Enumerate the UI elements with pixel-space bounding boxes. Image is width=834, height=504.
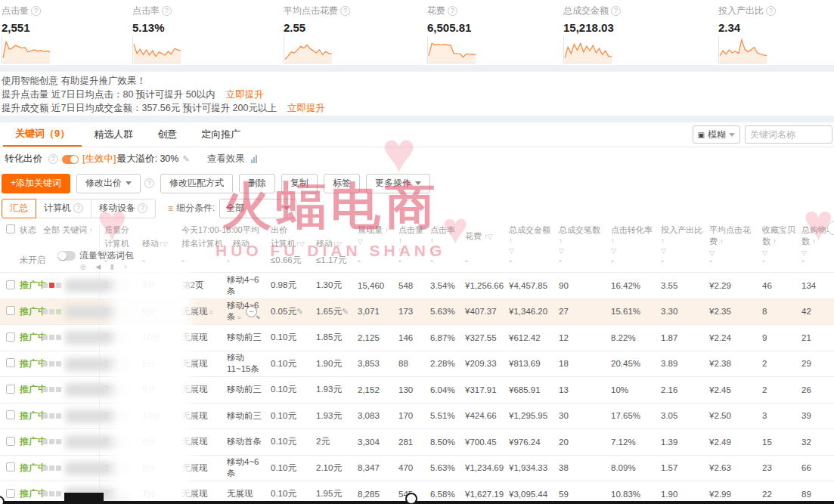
- tag-button[interactable]: 标签: [324, 174, 360, 193]
- match-mode-select[interactable]: ▣ 模糊: [693, 125, 740, 144]
- cell-cost: ¥700.45: [460, 438, 504, 447]
- row-checkbox[interactable]: [6, 280, 15, 289]
- cell-bid_mobile: 1.90元: [312, 358, 353, 369]
- row-checkbox[interactable]: [6, 462, 15, 472]
- keyword-name-input[interactable]: [745, 125, 832, 144]
- table-row: 推广中8分9分第2页移动4~6条0.98元1.30元15,4605483.54%…: [0, 272, 834, 298]
- cell-favs: 2: [758, 359, 797, 368]
- match-mode-icon: ▣: [698, 131, 705, 139]
- cell-rank_mobile: 移动前三: [222, 384, 266, 395]
- tab-creative[interactable]: 创意: [145, 122, 189, 147]
- select-all-checkbox[interactable]: [6, 224, 15, 233]
- indicator-dot: [56, 283, 61, 288]
- help-icon[interactable]: ?: [611, 6, 621, 16]
- header-keyword[interactable]: 关键词 ↑: [62, 224, 93, 236]
- tab-keywords[interactable]: 关键词（9）: [3, 122, 82, 147]
- cell-ctr: 6.04%: [426, 385, 460, 394]
- view-effect-link[interactable]: 查看效果: [207, 153, 245, 165]
- cell-roi: -: [656, 255, 705, 264]
- cell-cpc: ¥2.99: [705, 490, 758, 499]
- row-checkbox[interactable]: [6, 358, 15, 367]
- row-checkbox[interactable]: [6, 489, 15, 498]
- cell-cost: ¥327.55: [460, 333, 504, 342]
- indicator-dot: [42, 491, 48, 496]
- row-checkbox[interactable]: [6, 306, 15, 315]
- cell-ctr: -: [426, 255, 460, 264]
- cell-carts: 32: [797, 438, 834, 447]
- device-filter-row: 汇总 计算机? 移动设备? ≡ 细分条件: 全部: [0, 196, 834, 221]
- boost-gmv-link[interactable]: 立即提升: [287, 103, 325, 113]
- cell-cpc: ¥2.29: [705, 281, 758, 290]
- help-icon[interactable]: ?: [48, 154, 58, 164]
- row-checkbox[interactable]: [6, 410, 15, 419]
- tab-targeting[interactable]: 定向推广: [189, 122, 253, 147]
- platform-indicator-dots: [42, 283, 61, 288]
- row-checkbox[interactable]: [6, 437, 15, 446]
- copy-button[interactable]: 复制: [281, 174, 318, 193]
- help-icon[interactable]: ?: [448, 6, 457, 16]
- device-tab-summary[interactable]: 汇总: [2, 199, 36, 218]
- notice-clicks-line: 提升点击量 近7日日均点击：80 预计可提升 50以内立即提升: [2, 88, 834, 101]
- edit-icon[interactable]: ✎: [296, 307, 303, 316]
- add-keyword-button[interactable]: +添加关键词: [2, 174, 70, 193]
- tab-audience[interactable]: 精选人群: [82, 122, 145, 147]
- cell-bid_mobile: 2.10元: [312, 462, 353, 474]
- help-icon[interactable]: ?: [162, 6, 172, 16]
- cell-bid_pc: ≤0.66元: [266, 255, 312, 266]
- cell-bid_mobile: 1.95元: [312, 488, 353, 499]
- redacted-keyword: [65, 305, 130, 319]
- row-checkbox[interactable]: [6, 385, 15, 394]
- metric-value: 2.55: [284, 21, 412, 34]
- modify-bid-button[interactable]: 修改出价: [76, 174, 141, 193]
- help-icon[interactable]: ?: [144, 178, 154, 188]
- header-bid-group: 出价: [266, 224, 353, 236]
- condition-select[interactable]: 全部: [219, 199, 296, 218]
- cell-bid_pc: 0.10元: [266, 332, 312, 343]
- boost-clicks-link[interactable]: 立即提升: [226, 89, 264, 100]
- cell-qs_mobile: 10分: [138, 332, 177, 343]
- device-tab-pc[interactable]: 计算机?: [36, 199, 91, 218]
- wordpack-toggle[interactable]: [57, 251, 76, 261]
- cell-rank_mobile: 移动11~15条: [222, 352, 266, 375]
- cell-cpc: ¥2.63: [705, 463, 758, 472]
- crop-handle[interactable]: [405, 493, 417, 504]
- metric-value: 2.34: [718, 21, 834, 34]
- cell-qs_mobile: 8分: [138, 436, 177, 447]
- cell-bid_mobile: 1.85元: [312, 332, 353, 343]
- help-icon[interactable]: ?: [340, 6, 350, 16]
- metric-label: 点击量?: [2, 5, 130, 17]
- bid-status: [生效中]: [82, 153, 116, 165]
- table-row: 推广中9分9分无展现≡移动4~6条≡0.05元✎1.65元✎3,0711735.…: [0, 298, 834, 325]
- row-checkbox[interactable]: [6, 332, 15, 342]
- header-metric-label: 总成交笔数 ↑: [559, 224, 606, 245]
- cell-bid_mobile: 2元: [312, 436, 353, 447]
- table-row: 推广中8分10分无展现移动前三0.10元1.85元2,1251466.87%¥3…: [0, 324, 834, 351]
- bid-toggle[interactable]: [62, 155, 79, 164]
- cell-roi: 1.57: [656, 463, 705, 472]
- cell-cost: ¥317.91: [460, 385, 504, 394]
- row-check-cell: [0, 385, 20, 395]
- modify-match-button[interactable]: 修改匹配方式: [160, 174, 233, 193]
- indicator-dot: [56, 413, 61, 419]
- row-check-cell: [0, 358, 20, 369]
- metric-label: 平均点击花费?: [284, 5, 412, 17]
- metric-card: 点击量?2,551: [2, 5, 130, 63]
- edit-icon[interactable]: ✎: [182, 154, 189, 164]
- cell-qs_mobile: 9分: [138, 306, 177, 317]
- edit-icon[interactable]: ✎: [342, 307, 349, 316]
- cell-carts: 29: [797, 359, 834, 368]
- cell-cost: -: [460, 255, 504, 264]
- help-icon[interactable]: ?: [31, 6, 41, 16]
- help-icon[interactable]: ?: [766, 6, 776, 16]
- metric-sparkline: [132, 36, 181, 63]
- redacted-keyword: [65, 462, 130, 475]
- bid-detail: 最大溢价: 30%: [116, 153, 178, 165]
- device-tab-mobile[interactable]: 移动设备?: [91, 199, 156, 218]
- platform-indicator-dots: [42, 361, 61, 366]
- cell-bid_pc: 0.10元: [266, 436, 312, 447]
- header-status-all[interactable]: 全部: [43, 225, 60, 234]
- delete-button[interactable]: 删除: [239, 174, 275, 193]
- cell-cost: ¥1,627.19: [460, 490, 504, 499]
- more-actions-button[interactable]: 更多操作: [366, 174, 430, 193]
- cell-carts: 26: [797, 385, 834, 394]
